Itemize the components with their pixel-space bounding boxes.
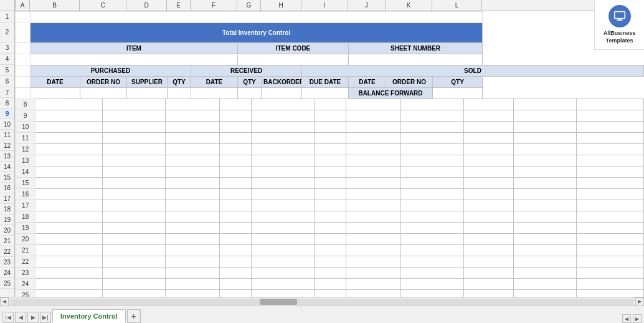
data-23-col-3[interactable] bbox=[220, 268, 252, 279]
data-15-col-9[interactable] bbox=[514, 178, 577, 189]
data-18-col-0[interactable] bbox=[36, 211, 103, 223]
data-15-col-4[interactable] bbox=[252, 178, 315, 189]
data-18-col-6[interactable] bbox=[346, 211, 400, 223]
scroll-right-btn[interactable]: ▶ bbox=[635, 297, 644, 306]
data-7-e[interactable] bbox=[168, 88, 191, 99]
data-20-col-1[interactable] bbox=[102, 234, 165, 245]
data-8-col-8[interactable] bbox=[463, 99, 514, 110]
data-12-col-5[interactable] bbox=[315, 144, 346, 155]
data-17-col-8[interactable] bbox=[463, 200, 514, 211]
data-13-col-4[interactable] bbox=[252, 155, 315, 166]
tab-scroll-left[interactable]: ◀ bbox=[622, 314, 631, 323]
data-7-c[interactable] bbox=[80, 88, 127, 99]
data-25-col-4[interactable] bbox=[252, 290, 315, 297]
data-24-col-4[interactable] bbox=[252, 279, 315, 290]
data-9-col-1[interactable] bbox=[102, 110, 165, 122]
data-9-col-8[interactable] bbox=[463, 110, 514, 122]
data-7-g[interactable] bbox=[238, 88, 262, 99]
data-11-col-2[interactable] bbox=[165, 133, 219, 144]
data-9-col-10[interactable] bbox=[577, 110, 644, 122]
data-14-col-8[interactable] bbox=[463, 166, 514, 178]
add-sheet-button[interactable]: + bbox=[127, 309, 141, 323]
data-22-col-8[interactable] bbox=[463, 256, 514, 268]
data-25-col-7[interactable] bbox=[400, 290, 463, 297]
data-24-col-0[interactable] bbox=[36, 279, 103, 290]
data-14-col-1[interactable] bbox=[102, 166, 165, 178]
data-20-col-0[interactable] bbox=[36, 234, 103, 245]
data-24-col-8[interactable] bbox=[463, 279, 514, 290]
data-23-col-10[interactable] bbox=[577, 268, 644, 279]
data-13-col-8[interactable] bbox=[463, 155, 514, 166]
data-10-col-7[interactable] bbox=[400, 122, 463, 133]
data-24-col-1[interactable] bbox=[102, 279, 165, 290]
data-9-col-6[interactable] bbox=[346, 110, 400, 122]
data-11-col-1[interactable] bbox=[102, 133, 165, 144]
tab-nav-next[interactable]: ▶ bbox=[27, 312, 39, 323]
data-9-col-0[interactable] bbox=[36, 110, 103, 122]
data-24-col-5[interactable] bbox=[315, 279, 346, 290]
data-14-col-0[interactable] bbox=[36, 166, 103, 178]
data-8-col-7[interactable] bbox=[400, 99, 463, 110]
data-25-col-6[interactable] bbox=[346, 290, 400, 297]
data-10-col-10[interactable] bbox=[577, 122, 644, 133]
data-21-col-4[interactable] bbox=[252, 245, 315, 256]
data-20-col-5[interactable] bbox=[315, 234, 346, 245]
data-21-col-5[interactable] bbox=[315, 245, 346, 256]
data-11-col-9[interactable] bbox=[514, 133, 577, 144]
data-17-col-6[interactable] bbox=[346, 200, 400, 211]
data-12-col-0[interactable] bbox=[36, 144, 103, 155]
data-19-col-1[interactable] bbox=[102, 223, 165, 234]
data-14-col-4[interactable] bbox=[252, 166, 315, 178]
data-9-col-9[interactable] bbox=[514, 110, 577, 122]
data-10-col-4[interactable] bbox=[252, 122, 315, 133]
data-8-col-0[interactable] bbox=[36, 99, 103, 110]
data-7-b[interactable] bbox=[31, 88, 80, 99]
data-21-col-6[interactable] bbox=[346, 245, 400, 256]
data-11-col-4[interactable] bbox=[252, 133, 315, 144]
data-9-col-3[interactable] bbox=[220, 110, 252, 122]
data-25-col-3[interactable] bbox=[220, 290, 252, 297]
data-23-col-2[interactable] bbox=[165, 268, 219, 279]
data-22-col-0[interactable] bbox=[36, 256, 103, 268]
data-22-col-6[interactable] bbox=[346, 256, 400, 268]
data-20-col-6[interactable] bbox=[346, 234, 400, 245]
data-19-col-3[interactable] bbox=[220, 223, 252, 234]
data-16-col-3[interactable] bbox=[220, 189, 252, 200]
data-25-col-5[interactable] bbox=[315, 290, 346, 297]
data-20-col-2[interactable] bbox=[165, 234, 219, 245]
data-17-col-1[interactable] bbox=[102, 200, 165, 211]
scroll-left-btn[interactable]: ◀ bbox=[0, 297, 9, 306]
data-11-col-6[interactable] bbox=[346, 133, 400, 144]
data-14-col-3[interactable] bbox=[220, 166, 252, 178]
data-13-col-1[interactable] bbox=[102, 155, 165, 166]
data-16-col-0[interactable] bbox=[36, 189, 103, 200]
data-21-col-7[interactable] bbox=[400, 245, 463, 256]
data-19-col-7[interactable] bbox=[400, 223, 463, 234]
horizontal-scrollbar[interactable]: ◀ ▶ bbox=[0, 297, 644, 306]
data-21-col-3[interactable] bbox=[220, 245, 252, 256]
data-21-col-1[interactable] bbox=[102, 245, 165, 256]
data-22-col-3[interactable] bbox=[220, 256, 252, 268]
data-25-col-0[interactable] bbox=[36, 290, 103, 297]
data-20-col-4[interactable] bbox=[252, 234, 315, 245]
data-24-col-3[interactable] bbox=[220, 279, 252, 290]
data-8-col-9[interactable] bbox=[514, 99, 577, 110]
data-21-col-8[interactable] bbox=[463, 245, 514, 256]
data-7-l[interactable] bbox=[433, 88, 483, 99]
data-17-col-0[interactable] bbox=[36, 200, 103, 211]
data-22-col-9[interactable] bbox=[514, 256, 577, 268]
data-11-col-5[interactable] bbox=[315, 133, 346, 144]
data-24-col-2[interactable] bbox=[165, 279, 219, 290]
data-25-col-10[interactable] bbox=[577, 290, 644, 297]
data-13-col-9[interactable] bbox=[514, 155, 577, 166]
data-16-col-7[interactable] bbox=[400, 189, 463, 200]
data-13-col-2[interactable] bbox=[165, 155, 219, 166]
data-17-col-10[interactable] bbox=[577, 200, 644, 211]
data-21-col-0[interactable] bbox=[36, 245, 103, 256]
data-21-col-10[interactable] bbox=[577, 245, 644, 256]
data-23-col-5[interactable] bbox=[315, 268, 346, 279]
data-9-col-7[interactable] bbox=[400, 110, 463, 122]
data-12-col-9[interactable] bbox=[514, 144, 577, 155]
tab-nav-last[interactable]: ▶| bbox=[40, 312, 51, 323]
data-22-col-4[interactable] bbox=[252, 256, 315, 268]
